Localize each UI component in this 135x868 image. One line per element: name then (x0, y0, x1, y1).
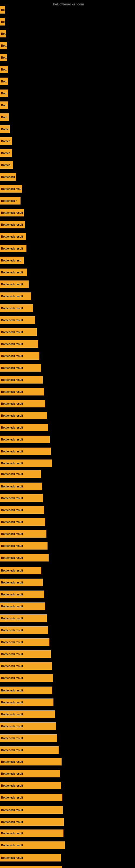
bar-item: Bottleneck result (0, 388, 44, 396)
bar-item: Bottleneck result (0, 542, 48, 550)
bar-item: Bott (0, 90, 8, 97)
bar-label: Bottleneck result (1, 737, 23, 740)
bar-item: Bottleneck result (0, 699, 53, 706)
bar-label: Bottleneck result (1, 295, 23, 298)
bar-item: Bottleneck result (0, 280, 29, 288)
bar-label: Bott (1, 44, 6, 47)
bar-item: Bottleneck result (0, 233, 26, 240)
bar-item: Bottleneck result (0, 412, 47, 420)
bar-item: Bott (0, 42, 7, 50)
bar-item: Bottle (0, 125, 10, 133)
bar-item: Bottleneck result (0, 436, 50, 443)
bar-item: Bottleneck r (0, 197, 20, 205)
bar-label: Bottleneck result (1, 462, 23, 465)
bar-label: Bottleneck result (1, 832, 23, 835)
bar-item: Bottlen (0, 137, 12, 145)
bar-label: Bottleneck result (1, 820, 23, 824)
bar-label: Bottleneck result (1, 390, 23, 393)
bar-label: Bottleneck result (1, 796, 23, 799)
bar-label: Bottleneck result (1, 617, 23, 620)
bar-label: Bottleneck result (1, 856, 23, 859)
bar-label: Bottleneck result (1, 772, 23, 775)
bar-item: Bottleneck result (0, 269, 27, 276)
bar-item: Bott (0, 78, 8, 85)
bar-item: Bottleneck result (0, 686, 52, 694)
bar-item: Bottleneck result (0, 590, 44, 598)
bar-label: Bott (1, 104, 6, 107)
bar-item: Bottleneck result (0, 447, 51, 455)
bar-item: Bottleneck result (0, 830, 63, 837)
bar-item: Bottleneck result (0, 650, 51, 658)
bar-label: Bottleneck result (1, 605, 23, 608)
bar-label: Bottleneck result (1, 378, 23, 381)
bar-item: Bottleneck result (0, 722, 56, 730)
bar-label: Bottleneck result (1, 247, 23, 250)
bar-item: Bottleneck result (0, 518, 45, 526)
bar-label: Bottleneck result (1, 545, 23, 547)
bar-label: Bottleneck result (1, 725, 23, 728)
bar-item: Bottleneck result (0, 304, 33, 312)
bar-label: Bottleneck result (1, 307, 23, 310)
bar-item: Bottleneck result (0, 626, 48, 634)
bar-item: Bottleneck result (0, 506, 44, 514)
bar-item: Bottleneck result (0, 782, 61, 789)
bar-label: Bottleneck result (1, 532, 23, 535)
bar-item: Bottleneck result (0, 554, 49, 561)
bar-item: Bottleneck resu (0, 257, 24, 264)
bar-item: Bo (0, 18, 5, 26)
bar-label: Bottleneck result (1, 521, 23, 524)
bar-label: Bottleneck result (1, 809, 23, 812)
bar-item: Bottleneck result (0, 316, 35, 324)
bar-item: Bottleneck result (0, 674, 53, 682)
bar-label: Bottleneck result (1, 581, 23, 584)
bar-label: Bottl (1, 116, 7, 119)
bar-label: Bottleneck result (1, 713, 23, 716)
bar-item: Bottleneck result (0, 483, 42, 490)
bar-label: Bottleneck result (1, 271, 23, 274)
bar-item: Bottleneck result (0, 866, 62, 868)
bar-item: Bottleneck result (0, 470, 41, 478)
bar-item: Bottleneck result (0, 602, 45, 610)
bar-label: Bottleneck result (1, 223, 23, 226)
bar-label: Bottleneck result (1, 653, 23, 656)
bar-label: Bottlen (1, 163, 10, 166)
bar-item: Bottleneck result (0, 806, 63, 814)
bar-item: Bottleneck result (0, 245, 27, 252)
bar-label: Bottleneck result (1, 472, 23, 475)
bar-item: Bottler (0, 149, 12, 157)
bar-label: Bottleneck result (1, 784, 23, 787)
bar-item: Bottleneck result (0, 400, 45, 407)
bar-label: Bottleneck result (1, 760, 23, 763)
bar-item: Bot (0, 30, 6, 37)
bar-label: Bott (1, 56, 6, 59)
site-title: TheBottlenecker.com (0, 0, 135, 7)
bar-item: Bottleneck result (0, 494, 43, 502)
bar-label: Bottleneck result (1, 664, 23, 668)
bar-label: Bottleneck result (1, 367, 23, 369)
bar-item: Bottleneck result (0, 614, 47, 622)
bar-label: Bottleneck result (1, 749, 23, 752)
bar-label: Bottleneck result (1, 701, 23, 704)
bar-label: Bott (1, 92, 6, 95)
bar-item: Bottleneck result (0, 376, 43, 383)
bar-label: Bottleneck result (1, 402, 23, 405)
bar-label: Bottleneck result (1, 331, 23, 334)
bar-item: Bottleneck result (0, 638, 49, 646)
bar-item: Bottl (0, 113, 9, 121)
bar-item: Bottleneck result (0, 328, 37, 336)
bar-item: Bottleneck (0, 173, 16, 181)
bar-item: Bottleneck result (0, 530, 46, 538)
bar-label: Bottleneck result (1, 497, 23, 500)
bar-item: Bottleneck result (0, 424, 48, 431)
bar-label: Bottleneck result (1, 593, 23, 596)
bar-item: Bottleneck result (0, 460, 52, 467)
bar-label: Bottleneck r (1, 199, 17, 203)
bar-label: Bottle (1, 128, 9, 131)
bar-label: Bottleneck resu (1, 259, 21, 262)
bar-label: Bo (1, 20, 5, 23)
bar-label: Bottleneck result (1, 677, 23, 680)
bar-label: Bottleneck result (1, 343, 23, 346)
bar-label: Bottleneck result (1, 211, 23, 214)
bar-item: Bott (0, 54, 7, 61)
bar-item: Bottleneck result (0, 579, 43, 586)
